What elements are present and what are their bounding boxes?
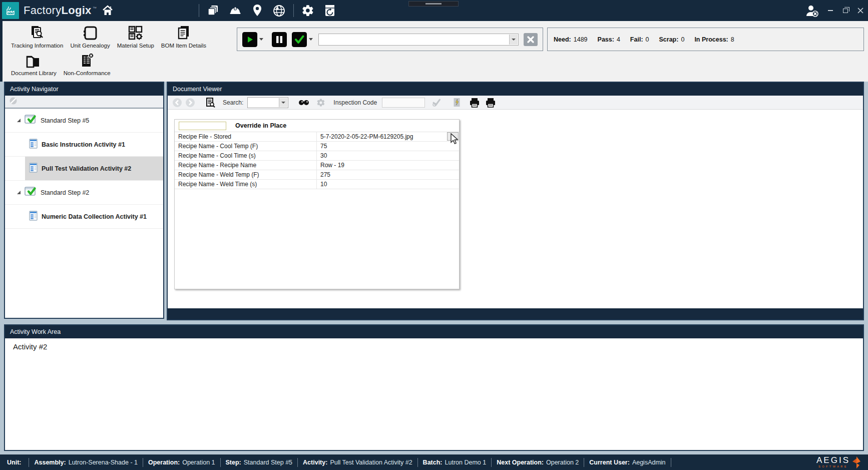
override-input[interactable] xyxy=(179,122,226,130)
step-check-icon xyxy=(25,114,37,127)
ribbon-button-label: BOM Item Details xyxy=(161,43,206,49)
recipe-row-cool-time: Recipe Name - Cool Time (s) 30 xyxy=(175,151,459,161)
globe-icon[interactable] xyxy=(268,0,290,21)
home-icon[interactable] xyxy=(97,0,119,21)
test-document-icon[interactable] xyxy=(450,96,463,109)
step-check-icon xyxy=(25,186,37,199)
recipe-row-cool-temp: Recipe Name - Cool Temp (F) 75 xyxy=(175,142,459,151)
tree-item-standard-step-2[interactable]: Standard Step #2 xyxy=(5,181,163,205)
stat-in-process: In Process:8 xyxy=(694,36,734,43)
unit-genealogy-icon xyxy=(82,24,98,43)
unit-genealogy-button[interactable]: Unit Genealogy xyxy=(67,22,113,50)
bom-item-details-icon xyxy=(176,24,191,43)
activity-work-area-panel: Activity Work Area Activity #2 xyxy=(4,324,864,451)
document-viewer-header: Document Viewer xyxy=(168,83,863,96)
aegis-arrow-icon xyxy=(852,456,861,469)
document-library-icon xyxy=(25,51,42,70)
tracking-information-icon xyxy=(29,24,46,43)
non-conformance-button[interactable]: Non-Conformance xyxy=(60,50,114,77)
tree-item-standard-step-5[interactable]: Standard Step #5 xyxy=(5,109,163,133)
recipe-grid-empty-area xyxy=(175,189,459,289)
print-preview-icon[interactable] xyxy=(484,96,497,109)
document-viewer-panel: Document Viewer Search: Inspect xyxy=(167,82,864,320)
tree-item-numeric-data-collection-activity-1[interactable]: Numeric Data Collection Activity #1 xyxy=(5,205,163,229)
tree-item-pull-test-validation-activity-2[interactable]: Pull Test Validation Activity #2 xyxy=(5,157,163,181)
activity-doc-icon xyxy=(29,163,38,174)
recipe-row-weld-time: Recipe Name - Weld Time (s) 10 xyxy=(175,180,459,189)
apply-inspection-icon[interactable] xyxy=(430,96,443,109)
inspection-code-label: Inspection Code xyxy=(333,99,377,106)
documents-icon[interactable] xyxy=(202,0,224,21)
ribbon-button-label: Document Library xyxy=(11,70,57,76)
titlebar-separator xyxy=(293,4,294,17)
tree-item-basic-instruction-activity-1[interactable]: Basic Instruction Activity #1 xyxy=(5,133,163,157)
material-setup-button[interactable]: Material Setup xyxy=(114,22,158,50)
recipe-grid-header: Override in Place xyxy=(175,120,459,132)
settings-gear-icon[interactable] xyxy=(297,0,319,21)
status-unit: Unit: xyxy=(2,459,29,466)
ribbon-button-label: Non-Conformance xyxy=(64,70,111,76)
pause-button[interactable] xyxy=(272,32,287,47)
back-icon[interactable] xyxy=(171,96,184,109)
forward-icon[interactable] xyxy=(184,96,197,109)
unit-combobox[interactable] xyxy=(318,34,519,46)
ribbon-button-label: Material Setup xyxy=(117,43,154,49)
start-button[interactable] xyxy=(242,32,257,47)
document-library-button[interactable]: Document Library xyxy=(8,50,60,77)
close-button[interactable] xyxy=(853,3,868,18)
complete-dropdown-caret[interactable] xyxy=(309,38,313,41)
activity-tree: Standard Step #5 Basic Instruction Activ… xyxy=(5,109,163,318)
mouse-cursor xyxy=(449,133,459,145)
expander-icon[interactable] xyxy=(17,119,21,122)
activity-navigator-panel: Activity Navigator Standard Step #5 Basi… xyxy=(4,82,164,319)
recipe-row-weld-temp: Recipe Name - Weld Temp (F) 275 xyxy=(175,170,459,180)
logout-user-icon[interactable] xyxy=(801,0,823,21)
titlebar: FactoryLogix™ xyxy=(0,0,868,21)
recipe-row-file-stored: Recipe File - Stored 5-7-2020-2-05-22-PM… xyxy=(175,132,459,142)
factorylogix-logo-icon xyxy=(2,2,19,19)
start-dropdown-caret[interactable] xyxy=(259,38,263,41)
viewer-settings-gear-icon[interactable] xyxy=(314,96,327,109)
status-next-operation: Next Operation:Operation 2 xyxy=(492,459,584,466)
binoculars-icon[interactable] xyxy=(297,96,310,109)
activity-work-area-text: Activity #2 xyxy=(13,342,47,351)
activity-doc-icon xyxy=(29,211,38,222)
bom-item-details-button[interactable]: BOM Item Details xyxy=(158,22,210,50)
status-batch: Batch:Lutron Demo 1 xyxy=(418,459,492,466)
combo-dropdown-icon[interactable] xyxy=(509,35,518,45)
restore-window-button[interactable] xyxy=(838,3,853,18)
location-icon[interactable] xyxy=(246,0,268,21)
restore-database-icon[interactable] xyxy=(319,0,341,21)
document-search-icon[interactable] xyxy=(204,96,217,109)
app-title: FactoryLogix™ xyxy=(24,4,97,17)
status-assembly: Assembly:Lutron-Serena-Shade - 1 xyxy=(29,459,143,466)
search-label: Search: xyxy=(223,99,243,106)
expander-icon[interactable] xyxy=(17,191,21,194)
stat-need: Need:1489 xyxy=(554,36,588,43)
activity-work-area-content: Activity #2 xyxy=(5,338,863,450)
stat-pass: Pass:4 xyxy=(598,36,620,43)
tracking-information-button[interactable]: Tracking Information xyxy=(8,22,67,50)
document-viewer-content: Override in Place Recipe File - Stored 5… xyxy=(168,110,863,308)
activity-work-area-header: Activity Work Area xyxy=(5,325,863,338)
screenshare-handle xyxy=(408,1,459,7)
status-activity: Activity:Pull Test Validation Activity #… xyxy=(298,459,417,466)
print-icon[interactable] xyxy=(468,96,481,109)
navigator-toolstrip xyxy=(5,96,163,109)
app-window: FactoryLogix™ xyxy=(0,0,868,470)
hardhat-icon[interactable] xyxy=(224,0,246,21)
prohibit-icon[interactable] xyxy=(9,97,18,107)
search-combobox[interactable] xyxy=(247,97,288,108)
recipe-grid: Override in Place Recipe File - Stored 5… xyxy=(174,119,460,289)
minimize-button[interactable] xyxy=(823,3,838,18)
stat-fail: Fail:0 xyxy=(630,36,649,43)
combo-dropdown-icon[interactable] xyxy=(279,98,287,107)
titlebar-separator xyxy=(199,4,199,17)
status-operation: Operation:Operation 1 xyxy=(143,459,220,466)
ribbon-toolbar: Tracking Information Unit Genealogy Mate… xyxy=(0,21,868,82)
complete-button[interactable] xyxy=(292,32,307,47)
ribbon-button-label: Tracking Information xyxy=(11,43,63,49)
inspection-code-input[interactable] xyxy=(382,98,425,108)
override-in-place-label: Override in Place xyxy=(235,122,286,129)
clear-unit-button[interactable] xyxy=(524,33,538,46)
